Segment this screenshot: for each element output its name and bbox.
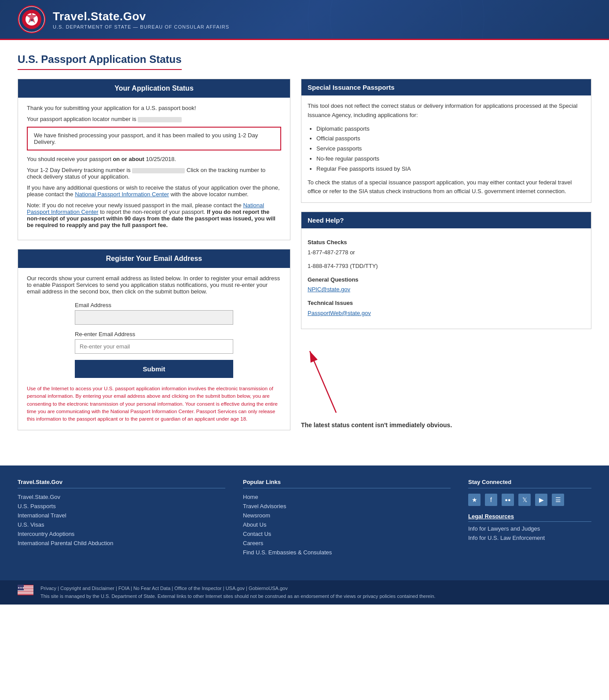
site-header: ★ Travel.State.Gov U.S. Department of St… <box>0 0 609 40</box>
header-branding: Travel.State.Gov U.S. Department of Stat… <box>53 10 229 29</box>
twitter-icon[interactable]: 𝕏 <box>518 494 531 506</box>
need-help-panel: Need Help? Status Checks 1-877-487-2778 … <box>301 212 591 329</box>
main-left-column: Your Application Status Thank you for su… <box>18 79 290 439</box>
footer-bottom-links: Privacy | Copyright and Disclaimer | FOI… <box>40 585 436 593</box>
footer-link-travel-advisories[interactable]: Travel Advisories <box>243 503 451 509</box>
locator-text: Your passport application locator number… <box>27 116 281 122</box>
social-icons-row: ★ f ●● 𝕏 ▶ ☰ <box>468 494 591 506</box>
legal-link-lawyers[interactable]: Info for Lawyers and Judges <box>468 525 591 532</box>
special-issuance-header: Special Issuance Passports <box>301 79 591 95</box>
list-item: Regular Fee passports issued by SIA <box>316 165 585 174</box>
intro-text: Thank you for submitting your applicatio… <box>27 105 281 111</box>
annotation-arrow <box>301 338 389 417</box>
footer-col-3: Stay Connected ★ f ●● 𝕏 ▶ ☰ Legal Resour… <box>468 479 591 558</box>
footer-link-careers[interactable]: Careers <box>243 540 451 546</box>
youtube-icon[interactable]: ▶ <box>535 494 547 506</box>
reenter-label: Re-enter Email Address <box>75 331 233 337</box>
technical-issues-section: Technical Issues PassportWeb@state.gov <box>308 299 585 318</box>
locator-number <box>138 117 182 122</box>
svg-rect-12 <box>18 594 33 594</box>
annotation-area: The latest status content isn't immediat… <box>301 338 591 429</box>
footer-link[interactable]: U.S. Passports <box>18 503 225 509</box>
main-layout: Your Application Status Thank you for su… <box>18 79 591 439</box>
footer-link-about-us[interactable]: About Us <box>243 521 451 528</box>
special-issuance-footer: To check the status of a special issuanc… <box>308 178 585 197</box>
status-phone1: 1-877-487-2778 or <box>308 248 585 257</box>
footer-link[interactable]: Travel.State.Gov <box>18 494 225 500</box>
tracking-text: Your 1-2 Day Delivery tracking number is… <box>27 167 281 180</box>
footer-col-1: Travel.State.Gov Travel.State.Gov U.S. P… <box>18 479 225 558</box>
main-right-column: Special Issuance Passports This tool doe… <box>301 79 591 429</box>
footer-link-home[interactable]: Home <box>243 494 451 500</box>
register-description: Our records show your current email addr… <box>27 275 281 295</box>
us-flag-icon: ★★★ <box>18 585 33 595</box>
tracking-number <box>132 168 185 173</box>
need-help-body: Status Checks 1-877-487-2778 or 1-888-87… <box>301 228 591 329</box>
footer-link-contact-us[interactable]: Contact Us <box>243 531 451 537</box>
status-checks-label: Status Checks <box>308 238 585 247</box>
delivery-date-text: You should receive your passport on or a… <box>27 156 281 162</box>
contact-text: If you have any additional questions or … <box>27 184 281 198</box>
status-phone2: 1-888-874-7793 (TDD/TTY) <box>308 262 585 271</box>
footer-columns: Travel.State.Gov Travel.State.Gov U.S. P… <box>18 479 591 558</box>
page-title: U.S. Passport Application Status <box>18 53 182 70</box>
register-email-header: Register Your Email Address <box>18 249 290 268</box>
register-email-body: Our records show your current email addr… <box>18 268 290 430</box>
special-issuance-list: Diplomatic passports Official passports … <box>316 125 585 174</box>
footer-link-embassies[interactable]: Find U.S. Embassies & Consulates <box>243 549 451 556</box>
footer-link[interactable]: International Parental Child Abduction <box>18 540 225 546</box>
reenter-email-group: Re-enter Email Address <box>75 331 233 354</box>
special-issuance-intro: This tool does not reflect the correct s… <box>308 102 585 120</box>
star-icon[interactable]: ★ <box>468 494 481 506</box>
list-item: Diplomatic passports <box>316 125 585 134</box>
status-highlight-box: We have finished processing your passpor… <box>27 127 281 150</box>
legal-resources-title: Legal Resources <box>468 513 591 522</box>
footer-link[interactable]: U.S. Visas <box>18 521 225 528</box>
list-item: Official passports <box>316 134 585 143</box>
site-subtitle: U.S. Department of State — Bureau of Con… <box>53 24 229 29</box>
legal-resources: Legal Resources Info for Lawyers and Jud… <box>468 513 591 541</box>
svg-rect-11 <box>18 592 33 593</box>
footer-bottom: ★★★ Privacy | Copyright and Disclaimer |… <box>0 580 609 605</box>
application-status-body: Thank you for submitting your applicatio… <box>18 98 290 240</box>
application-status-panel: Your Application Status Thank you for su… <box>18 79 290 240</box>
flickr-icon[interactable]: ●● <box>502 494 514 506</box>
technical-email: PassportWeb@state.gov <box>308 309 585 318</box>
application-status-header: Your Application Status <box>18 79 290 98</box>
footer-col-2: Popular Links Home Travel Advisories New… <box>243 479 451 558</box>
footer-bottom-text-block: Privacy | Copyright and Disclaimer | FOI… <box>40 585 436 600</box>
site-logo: ★ <box>18 5 46 33</box>
need-help-header: Need Help? <box>301 212 591 228</box>
reenter-email-input[interactable] <box>75 339 233 354</box>
email-address-group: Email Address <box>75 302 233 325</box>
annotation-text: The latest status content isn't immediat… <box>301 421 591 429</box>
highlighted-status-text: We have finished processing your passpor… <box>34 132 258 145</box>
footer-link[interactable]: Intercountry Adoptions <box>18 531 225 537</box>
submit-button[interactable]: Submit <box>75 360 233 378</box>
footer-link-newsroom[interactable]: Newsroom <box>243 512 451 519</box>
site-name: Travel.State.Gov <box>53 10 229 23</box>
general-label: General Questions <box>308 275 585 285</box>
footer-bottom-note: This site is managed by the U.S. Departm… <box>40 593 436 601</box>
footer-link[interactable]: International Travel <box>18 512 225 519</box>
special-issuance-panel: Special Issuance Passports This tool doe… <box>301 79 591 203</box>
email-input[interactable] <box>75 310 233 325</box>
list-item: No-fee regular passports <box>316 154 585 164</box>
general-questions-section: General Questions NPIC@state.gov <box>308 275 585 295</box>
rss-icon[interactable]: ☰ <box>552 494 564 506</box>
npic-link-1[interactable]: National Passport Information Center <box>75 191 169 198</box>
footer-col2-title: Popular Links <box>243 479 451 488</box>
register-email-panel: Register Your Email Address Our records … <box>18 249 290 430</box>
svg-text:★★★: ★★★ <box>18 586 24 589</box>
email-label: Email Address <box>75 302 233 308</box>
facebook-icon[interactable]: f <box>485 494 497 506</box>
note-text: Note: If you do not receive your newly i… <box>27 202 281 228</box>
general-email: NPIC@state.gov <box>308 285 585 294</box>
status-checks-section: Status Checks 1-877-487-2778 or 1-888-87… <box>308 238 585 271</box>
technical-label: Technical Issues <box>308 299 585 308</box>
footer-col3-title: Stay Connected <box>468 479 591 488</box>
legal-link-law-enforcement[interactable]: Info for U.S. Law Enforcement <box>468 535 591 541</box>
footer-col1-title: Travel.State.Gov <box>18 479 225 488</box>
special-issuance-body: This tool does not reflect the correct s… <box>301 95 591 202</box>
site-footer: Travel.State.Gov Travel.State.Gov U.S. P… <box>0 465 609 580</box>
